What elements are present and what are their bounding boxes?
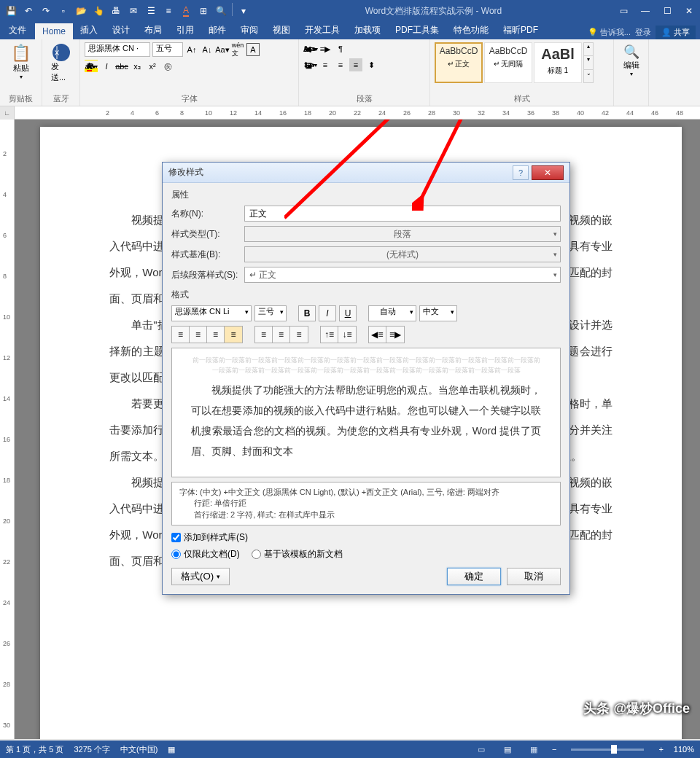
maximize-icon[interactable]: ☐ <box>656 0 678 22</box>
phonetic-icon[interactable]: wén文 <box>231 43 244 56</box>
help-button[interactable]: ? <box>513 165 529 180</box>
ok-button[interactable]: 确定 <box>447 568 501 585</box>
style-no-spacing[interactable]: AaBbCcD ↵ 无间隔 <box>484 42 532 83</box>
bullets-icon[interactable]: ≡ <box>160 3 176 19</box>
shrink-font-icon[interactable]: A↓ <box>201 43 214 56</box>
font-color-icon[interactable]: A <box>178 3 194 19</box>
edit-button[interactable]: 🔍编辑▾ <box>618 42 644 79</box>
space-before-inc-btn[interactable]: ↑≡ <box>321 327 338 343</box>
redo-icon[interactable]: ↷ <box>38 3 54 19</box>
style-normal[interactable]: AaBbCcD ↵ 正文 <box>435 42 483 83</box>
page-status[interactable]: 第 1 页，共 5 页 <box>6 744 63 755</box>
space-before-dec-btn[interactable]: ↓≡ <box>338 327 356 343</box>
gallery-up-icon[interactable]: ▴ <box>584 43 593 56</box>
ribbon-options-icon[interactable]: ▭ <box>612 0 634 22</box>
tab-insert[interactable]: 插入 <box>73 21 105 39</box>
tab-home[interactable]: Home <box>35 23 73 39</box>
undo-icon[interactable]: ↶ <box>20 3 36 19</box>
format-dropdown-button[interactable]: 格式(O) <box>171 568 230 585</box>
indent-inc-btn[interactable]: ≡▶ <box>386 327 404 343</box>
bold-btn[interactable]: B <box>298 305 316 321</box>
size-select[interactable]: 三号 <box>254 305 287 321</box>
horizontal-ruler[interactable]: ∟ 24681012141618202224262830323436384042… <box>0 106 700 120</box>
bluetooth-button[interactable]: ᚼ发送... <box>47 42 75 85</box>
justify-btn[interactable]: ≡ <box>225 327 242 343</box>
1-5-space-btn[interactable]: ≡ <box>273 327 290 343</box>
bold-button[interactable]: B <box>85 60 98 73</box>
minimize-icon[interactable]: — <box>634 0 656 22</box>
single-space-btn[interactable]: ≡ <box>255 327 273 343</box>
tab-addins[interactable]: 加载项 <box>347 21 388 39</box>
macro-icon[interactable]: ▦ <box>168 745 175 754</box>
style-heading1[interactable]: AaBl 标题 1 <box>534 42 582 83</box>
enclose-icon[interactable]: ㊩ <box>161 60 174 73</box>
tab-mailings[interactable]: 邮件 <box>201 21 233 39</box>
font-family-select[interactable]: 思源黑体 CN · <box>85 42 150 57</box>
next-select[interactable]: ↵ 正文 <box>244 267 561 283</box>
cancel-button[interactable]: 取消 <box>507 568 561 585</box>
save-icon[interactable]: 💾 <box>3 3 19 19</box>
tab-references[interactable]: 引用 <box>169 21 201 39</box>
superscript-button[interactable]: x² <box>146 60 159 73</box>
align-right-icon[interactable]: ≡ <box>334 58 347 71</box>
tab-foxit[interactable]: 福昕PDF <box>496 21 545 39</box>
share-button[interactable]: 👤 共享 <box>656 26 696 39</box>
distribute-icon[interactable]: ⬍ <box>365 58 378 71</box>
touch-icon[interactable]: 👆 <box>90 3 106 19</box>
zoom-level[interactable]: 110% <box>674 745 694 754</box>
tab-layout[interactable]: 布局 <box>137 21 169 39</box>
align-left-icon[interactable]: ≡ <box>303 58 316 71</box>
tell-me[interactable]: 💡 告诉我... <box>588 27 631 38</box>
tab-review[interactable]: 审阅 <box>233 21 265 39</box>
tab-developer[interactable]: 开发工具 <box>298 21 347 39</box>
vertical-ruler[interactable]: 24681012141618202224262830 <box>0 120 15 739</box>
paste-button[interactable]: 📋粘贴▾ <box>4 42 37 82</box>
open-icon[interactable]: 📂 <box>73 3 89 19</box>
dialog-titlebar[interactable]: 修改样式 ? ✕ <box>163 163 569 183</box>
email-icon[interactable]: ✉ <box>125 3 141 19</box>
calc-icon[interactable]: ⊞ <box>195 3 211 19</box>
align-left-btn[interactable]: ≡ <box>172 327 190 343</box>
italic-button[interactable]: I <box>100 60 113 73</box>
tab-pdf[interactable]: PDF工具集 <box>388 21 446 39</box>
double-space-btn[interactable]: ≡ <box>290 327 308 343</box>
web-layout-icon[interactable]: ▦ <box>526 743 542 756</box>
align-center-icon[interactable]: ≡ <box>319 58 332 71</box>
read-mode-icon[interactable]: ▭ <box>473 743 489 756</box>
font-size-select[interactable]: 五号 <box>152 42 183 57</box>
word-count[interactable]: 3275 个字 <box>74 744 110 755</box>
change-case-icon[interactable]: Aa▾ <box>216 43 229 56</box>
gallery-scroll[interactable]: ▴ ▾ ⌄ <box>583 42 594 83</box>
tab-features[interactable]: 特色功能 <box>446 21 496 39</box>
increase-indent-icon[interactable]: ≡▶ <box>319 42 332 55</box>
ruler-corner[interactable]: ∟ <box>0 106 15 120</box>
color-select[interactable]: 自动 <box>368 305 416 321</box>
subscript-button[interactable]: x₂ <box>131 60 144 73</box>
gallery-more-icon[interactable]: ⌄ <box>584 70 593 82</box>
zoom-slider[interactable] <box>571 749 644 751</box>
name-input[interactable] <box>244 206 561 222</box>
print-layout-icon[interactable]: ▤ <box>499 743 516 756</box>
only-this-doc-radio[interactable]: 仅限此文档(D) <box>171 548 240 560</box>
login-link[interactable]: 登录 <box>635 27 651 38</box>
underline-btn[interactable]: U <box>339 305 357 321</box>
grow-font-icon[interactable]: A↑ <box>185 43 198 56</box>
gallery-down-icon[interactable]: ▾ <box>584 56 593 69</box>
zoom-in-icon[interactable]: + <box>658 745 663 754</box>
zoom-out-icon[interactable]: − <box>552 745 556 754</box>
print-icon[interactable]: 🖶 <box>108 3 124 19</box>
qat-more-icon[interactable]: ▾ <box>236 3 252 19</box>
language-status[interactable]: 中文(中国) <box>120 744 158 755</box>
dialog-close-button[interactable]: ✕ <box>532 165 564 180</box>
list-icon[interactable]: ☰ <box>143 3 159 19</box>
strike-button[interactable]: abc <box>115 60 128 73</box>
font-select[interactable]: 思源黑体 CN Li <box>171 305 252 321</box>
template-radio[interactable]: 基于该模板的新文档 <box>252 548 343 560</box>
add-to-gallery-checkbox[interactable]: 添加到样式库(S) <box>171 531 561 544</box>
new-icon[interactable]: ▫ <box>55 3 71 19</box>
tab-file[interactable]: 文件 <box>0 21 35 39</box>
lang-select[interactable]: 中文 <box>419 305 457 321</box>
tab-design[interactable]: 设计 <box>105 21 137 39</box>
show-marks-icon[interactable]: ¶ <box>334 42 347 55</box>
italic-btn[interactable]: I <box>319 305 336 321</box>
